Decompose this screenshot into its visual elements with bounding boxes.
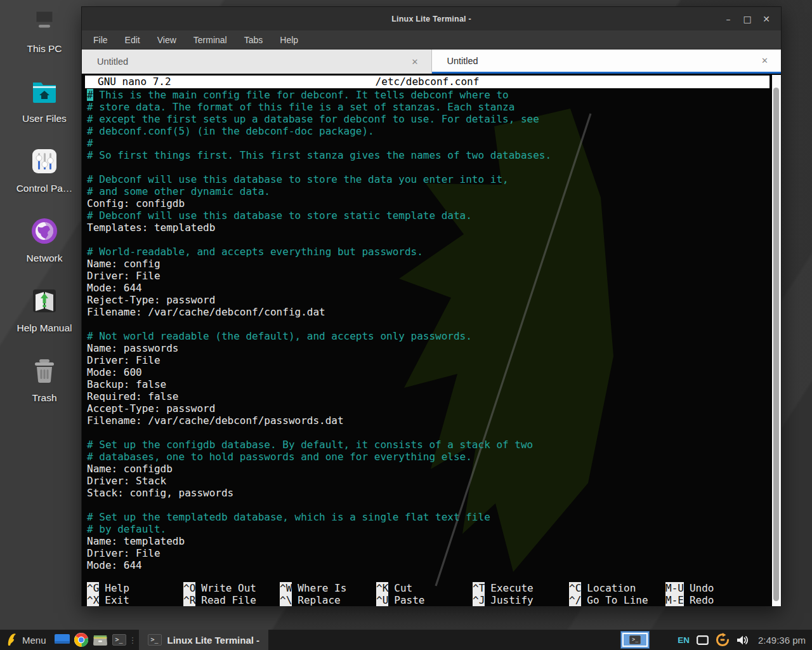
chrome-icon <box>74 633 88 647</box>
shortcut-key: ^X <box>87 594 99 606</box>
menu-button-label: Menu <box>22 635 46 646</box>
shortcut-label: Write Out <box>201 582 256 594</box>
shortcut-key: ^C <box>569 582 581 594</box>
terminal-text-line <box>87 318 768 330</box>
menu-item-help[interactable]: Help <box>280 35 298 45</box>
workspace-switcher[interactable]: >_ <box>620 631 650 649</box>
shortcut-row: ^GHelp^OWrite Out^WWhere Is^KCut^TExecut… <box>87 582 768 594</box>
desktop-icon-trash[interactable]: Trash <box>0 349 89 419</box>
shortcut-location: ^CLocation <box>569 582 665 594</box>
shortcut-key: M-E <box>665 594 684 606</box>
archive-manager-icon <box>93 633 108 646</box>
tab-label: Untitled <box>447 56 478 66</box>
desktop-icon-user-files[interactable]: User Files <box>0 70 89 140</box>
desktop-icon-this-pc[interactable]: This PC <box>0 0 89 70</box>
window-controls: – □ ✕ <box>719 7 776 30</box>
tab-untitled-2[interactable]: Untitled ✕ <box>432 50 782 74</box>
terminal-text-line: Driver: File <box>87 270 768 282</box>
shortcut-execute: ^TExecute <box>473 582 569 594</box>
keyboard-layout-indicator[interactable]: EN <box>678 635 690 645</box>
volume-icon[interactable] <box>737 635 749 646</box>
close-button[interactable]: ✕ <box>757 10 776 29</box>
display-icon[interactable] <box>697 635 709 645</box>
menu-button[interactable]: Menu <box>0 630 53 650</box>
help-manual-icon <box>29 286 60 316</box>
task-button-terminal[interactable]: >_ Linux Lite Terminal - <box>139 630 269 650</box>
nano-titlebar: GNU nano 7.2 /etc/debconf.conf <box>85 76 769 88</box>
archive-manager-launcher[interactable] <box>91 630 110 650</box>
desktop-icon-help-manual[interactable]: Help Manual <box>0 279 89 349</box>
terminal-workspace-icon: >_ <box>629 635 641 644</box>
shortcut-row: ^XExit^RRead File^\Replace^UPaste^JJusti… <box>87 594 768 606</box>
shortcut-key: ^K <box>376 582 388 594</box>
menu-item-edit[interactable]: Edit <box>125 35 140 45</box>
updates-icon[interactable] <box>716 633 730 647</box>
shortcut-label: Go To Line <box>587 594 648 606</box>
terminal-text-line: # So first things first. This first stan… <box>87 149 768 161</box>
shortcut-label: Redo <box>690 594 714 606</box>
terminal-text-line: # by default. <box>87 523 768 535</box>
shortcut-undo: M-UUndo <box>665 582 762 594</box>
taskbar: Menu >_ ⋮ >_ Linux Lite Terminal - <box>0 630 812 650</box>
shortcut-label: Help <box>105 582 129 594</box>
shortcut-label: Execute <box>490 582 533 594</box>
terminal-text-line: Name: templatedb <box>87 535 768 547</box>
task-button-label: Linux Lite Terminal - <box>167 635 260 646</box>
shortcut-read-file: ^RRead File <box>183 594 280 606</box>
menu-item-file[interactable]: File <box>93 35 108 45</box>
trash-icon <box>29 355 60 386</box>
tab-close-icon[interactable]: ✕ <box>761 56 768 65</box>
scrollbar-thumb[interactable] <box>773 88 779 601</box>
shortcut-label: Cut <box>394 582 412 594</box>
terminal-text-line: Name: config <box>87 258 768 270</box>
terminal-window: Linux Lite Terminal - – □ ✕ FileEditView… <box>81 6 782 606</box>
terminal-text-line: Templates: templatedb <box>87 222 768 234</box>
terminal-text-line: # Set up the templatedb database, which … <box>87 511 768 523</box>
terminal-viewport[interactable]: GNU nano 7.2 /etc/debconf.conf # This is… <box>82 74 781 606</box>
nano-text-area[interactable]: # This is the main config file for debco… <box>87 89 768 571</box>
linux-lite-logo-icon <box>6 633 17 646</box>
shortcut-key: ^O <box>183 582 195 594</box>
network-globe-icon <box>29 216 60 246</box>
terminal-text-line: Accept-Type: password <box>87 402 768 415</box>
maximize-button[interactable]: □ <box>738 10 757 29</box>
tab-untitled-1[interactable]: Untitled ✕ <box>82 50 432 74</box>
nano-shortcut-bar: ^GHelp^OWrite Out^WWhere Is^KCut^TExecut… <box>87 582 768 606</box>
terminal-launcher[interactable]: >_ <box>110 630 129 650</box>
shortcut-justify: ^JJustify <box>473 594 569 606</box>
shortcut-label: Replace <box>298 594 340 606</box>
desktop-icon-label: User Files <box>22 113 67 124</box>
window-titlebar[interactable]: Linux Lite Terminal - – □ ✕ <box>82 7 781 30</box>
desktop-icon-network[interactable]: Network <box>0 209 89 279</box>
terminal-text-line: Config: configdb <box>87 197 768 209</box>
terminal-scrollbar[interactable] <box>772 75 781 606</box>
terminal-text-line: # World-readable, and accepts everything… <box>87 246 768 258</box>
terminal-text-line <box>87 427 768 439</box>
shortcut-label: Location <box>587 582 636 594</box>
file-manager-launcher[interactable] <box>53 630 72 650</box>
workspace-window-frame: >_ <box>622 633 648 647</box>
terminal-text-line: # databases, one to hold passwords and o… <box>87 451 768 463</box>
chrome-launcher[interactable] <box>72 630 91 650</box>
desktop-icon-control-panel[interactable]: Control Pa… <box>0 140 89 209</box>
home-folder-icon <box>29 76 60 107</box>
taskbar-separator-handle[interactable]: ⋮ <box>129 635 136 645</box>
window-title: Linux Lite Terminal - <box>391 15 471 23</box>
shortcut-exit: ^XExit <box>87 594 183 606</box>
tab-close-icon[interactable]: ✕ <box>412 57 419 67</box>
menu-item-view[interactable]: View <box>157 35 176 45</box>
menu-item-terminal[interactable]: Terminal <box>193 35 227 45</box>
file-manager-icon <box>55 634 70 646</box>
menu-item-tabs[interactable]: Tabs <box>244 35 263 45</box>
shortcut-go-to-line: ^/Go To Line <box>569 594 665 606</box>
desktop-icon-label: This PC <box>27 43 62 55</box>
computer-icon <box>29 6 60 37</box>
terminal-text-line <box>87 499 768 511</box>
tab-bar: Untitled ✕ Untitled ✕ <box>82 50 781 74</box>
minimize-button[interactable]: – <box>719 10 738 29</box>
shortcut-write-out: ^OWrite Out <box>183 582 280 594</box>
clock[interactable]: 2:49:36 pm <box>758 635 806 646</box>
terminal-text-line: Name: passwords <box>87 342 768 354</box>
terminal-text-line: Filename: /var/cache/debconf/config.dat <box>87 306 768 318</box>
terminal-text-line: # and some other dynamic data. <box>87 185 768 197</box>
